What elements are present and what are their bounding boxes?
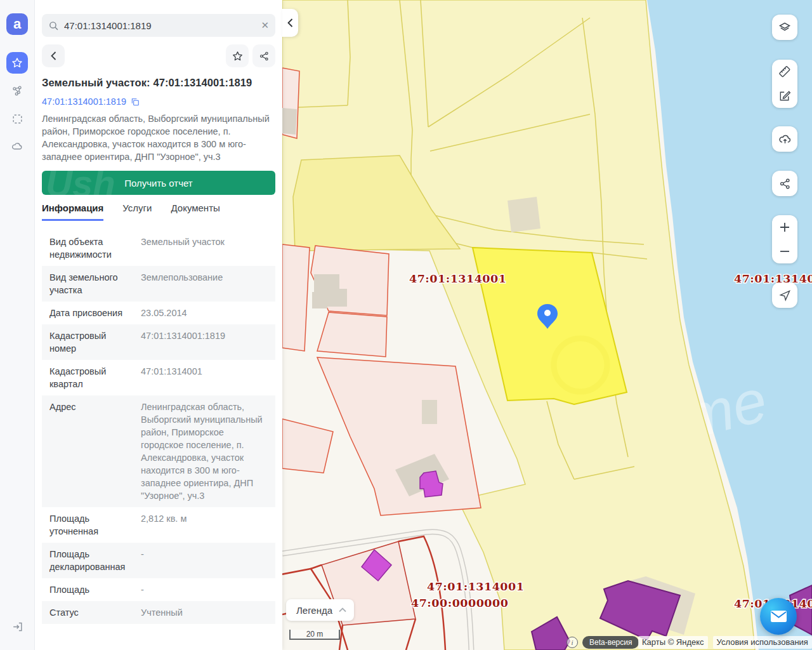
table-row: Площадь уточненная2,812 кв. м: [42, 507, 275, 543]
layers-button[interactable]: [772, 15, 797, 40]
info-icon[interactable]: i: [566, 637, 578, 648]
table-row: Кадастровый квартал47:01:1314001: [42, 360, 275, 395]
quarter-label: 47:00:0000000: [411, 597, 508, 609]
map-canvas[interactable]: : me: [282, 0, 812, 650]
cloud-icon: [11, 140, 23, 153]
map-scale: 20 m: [289, 630, 340, 640]
share-icon: [259, 51, 270, 62]
table-row: Вид объекта недвижимостиЗемельный участо…: [42, 230, 275, 266]
star-icon: [11, 56, 23, 69]
measure-edit-group: [772, 60, 797, 108]
zoom-control: [772, 215, 797, 263]
minus-icon: [779, 246, 790, 257]
sidebar-item-favorites[interactable]: [6, 52, 28, 74]
ruler-icon: [778, 65, 791, 78]
dashed-square-icon: [11, 113, 23, 125]
building-beige: [508, 197, 540, 232]
sidebar-item-objects[interactable]: [6, 80, 28, 102]
legend-button[interactable]: Легенда: [286, 599, 354, 621]
sidebar-item-login[interactable]: [6, 616, 28, 637]
chevron-up-icon: [339, 607, 346, 613]
object-panel: ✕ Земельный участок: 47:01:1314001:1819 …: [35, 0, 282, 650]
search-bar[interactable]: ✕: [42, 14, 275, 37]
search-icon: [48, 20, 59, 31]
clear-search-icon[interactable]: ✕: [261, 20, 269, 31]
locate-button[interactable]: [772, 282, 797, 308]
login-icon: [11, 621, 23, 633]
tab-documents[interactable]: Документы: [171, 202, 219, 221]
favorite-button[interactable]: [226, 44, 249, 67]
app-window: : me: [0, 0, 812, 650]
app-logo[interactable]: a: [6, 13, 28, 35]
star-icon: [232, 50, 244, 62]
tab-information[interactable]: Информация: [42, 202, 103, 221]
layers-icon: [772, 15, 797, 39]
edit-icon: [778, 90, 791, 102]
object-address: Ленинградская область, Выборгский муници…: [42, 112, 275, 163]
table-row: Дата присвоения23.05.2014: [42, 302, 275, 324]
table-row: АдресЛенинградская область, Выборгский м…: [42, 395, 275, 507]
copyright-link[interactable]: Карты © Яндекс: [638, 636, 708, 649]
chat-button[interactable]: [760, 598, 797, 635]
page-title: Земельный участок: 47:01:1314001:1819: [42, 77, 275, 89]
quarter-label: 47:01:1314001: [427, 580, 524, 593]
copy-icon[interactable]: [131, 97, 140, 107]
table-row: Кадастровый номер47:01:1314001:1819: [42, 324, 275, 360]
cloud-upload-icon: [772, 127, 797, 151]
table-row: Площадь декларированная-: [42, 543, 275, 578]
navigation-arrow-icon: [772, 283, 797, 307]
ruler-button[interactable]: [772, 60, 797, 84]
back-button[interactable]: [42, 44, 65, 67]
share-object-button[interactable]: [252, 44, 275, 67]
tab-services[interactable]: Услуги: [122, 202, 152, 221]
map-attribution: Карты © Яндекс Условия использования: [638, 636, 812, 649]
cadastral-number-link[interactable]: 47:01:1314001:1819: [42, 96, 126, 107]
zoom-in-button[interactable]: [772, 215, 797, 239]
panel-tabs: Информация Услуги Документы: [42, 202, 275, 221]
zoom-out-button[interactable]: [772, 239, 797, 263]
share-icon: [772, 171, 797, 196]
upload-layer-button[interactable]: [772, 126, 797, 152]
table-row: Площадь-: [42, 578, 275, 601]
share-map-button[interactable]: [772, 171, 797, 196]
sidebar-item-select-area[interactable]: [6, 108, 28, 129]
panel-collapse-button[interactable]: [282, 9, 298, 37]
table-row: СтатусУчтенный: [42, 601, 275, 624]
polygon-nodes-icon: [11, 84, 23, 97]
plus-icon: [779, 222, 790, 233]
chevron-left-icon: [287, 18, 293, 27]
envelope-icon: [770, 610, 787, 623]
draw-button[interactable]: [772, 84, 797, 108]
sidebar-item-layers-cloud[interactable]: [6, 136, 28, 157]
beta-badge: Beta-версия: [582, 636, 639, 649]
search-input[interactable]: [64, 20, 256, 31]
legend-label: Легенда: [296, 605, 332, 616]
watermark-text: Ush: [46, 171, 115, 195]
table-row: Вид земельного участкаЗемлепользование: [42, 266, 275, 302]
terms-link[interactable]: Условия использования: [713, 636, 812, 649]
icon-rail: a: [0, 0, 35, 650]
chevron-left-icon: [51, 51, 56, 60]
quarter-label: 47:01:1314001: [409, 272, 506, 285]
get-report-button[interactable]: Ush Получить отчет: [42, 171, 275, 195]
info-table: Вид объекта недвижимостиЗемельный участо…: [42, 230, 275, 624]
